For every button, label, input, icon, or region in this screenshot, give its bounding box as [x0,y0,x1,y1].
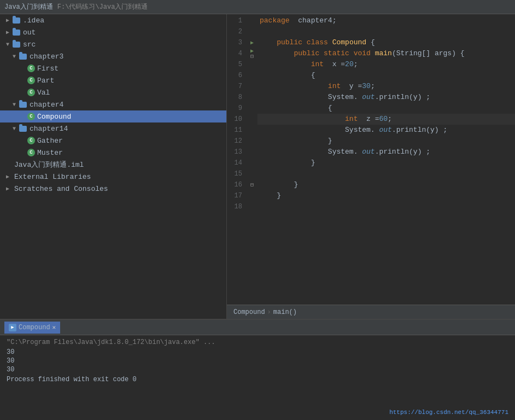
sidebar-item-First[interactable]: C First [0,62,226,74]
arrow-icon: ▼ [11,125,17,132]
code-line-1: package chapter4; [258,15,515,26]
code-content[interactable]: package chapter4; public class Compound … [258,14,515,305]
line-num: 17 [231,190,242,201]
gutter-9 [247,103,258,114]
top-bar: Java入门到精通 F:\代码练习\Java入门到精通 [0,0,515,14]
sidebar-label: Part [37,77,54,85]
line-num: 1 [231,15,242,26]
code-line-11: System. out.println(y) ; [258,125,515,136]
line-num: 12 [231,136,242,147]
arrow-spacer [20,149,26,156]
gutter-8 [247,92,258,103]
sidebar-item-idea[interactable]: ▶ .idea [0,14,226,26]
code-line-9: { [258,103,515,114]
arrow-spacer [20,89,26,96]
panel-tabs: ▶ Compound ✕ [0,320,515,335]
code-line-15 [258,168,515,179]
cmd-line: "C:\Program Files\Java\jdk1.8.0_172\bin\… [7,339,508,346]
sidebar-label: src [23,40,36,49]
sidebar-label: Compound [37,113,71,121]
close-tab-button[interactable]: ✕ [52,324,56,331]
arrow-icon: ▶ [4,185,11,192]
sidebar-label: .idea [23,16,44,25]
code-line-4: public static void main(String[] args) { [258,48,515,59]
sidebar-label: chapter4 [30,101,63,109]
fold-icon[interactable]: ⊟ [250,182,254,188]
line-num: 15 [231,168,242,179]
line-num: 16 [231,179,242,190]
gutter-2 [247,26,258,37]
sidebar-item-out[interactable]: ▶ out [0,26,226,38]
sidebar-label: Val [37,89,50,97]
gutter-14 [247,158,258,168]
sidebar-item-Gather[interactable]: C Gather [0,135,226,147]
sidebar-item-Muster[interactable]: C Muster [0,147,226,159]
gutter-10 [247,114,258,125]
gutter-15 [247,168,258,179]
code-line-10: int z =60; [258,114,515,125]
sidebar-item-ext-libs[interactable]: ▶ External Libraries [0,171,226,183]
gutter-11 [247,125,258,136]
sidebar-item-chapter4[interactable]: ▼ chapter4 [0,98,226,110]
editor-area: 1 2 3 4 5 6 7 8 9 10 11 12 13 14 15 16 1… [227,14,515,319]
code-line-12: } [258,136,515,147]
sidebar-item-scratches[interactable]: ▶ Scratches and Consoles [0,183,226,195]
gutter-run-4[interactable]: ▶ ⊟ [247,48,258,59]
sidebar-item-chapter3[interactable]: ▼ chapter3 [0,50,226,62]
sidebar-item-src[interactable]: ▼ src [0,38,226,50]
arrow-icon: ▼ [4,41,11,48]
gutter: ▶ ▶ ⊟ ⊟ [247,14,258,305]
folder-icon [12,16,21,25]
code-line-16: } [258,179,515,190]
sidebar-item-Part[interactable]: C Part [0,74,226,86]
panel-tab-label: Compound [19,324,50,331]
panel-tab-compound[interactable]: ▶ Compound ✕ [4,322,60,334]
breadcrumb-class[interactable]: Compound [233,308,265,316]
gutter-16: ⊟ [247,179,258,190]
gutter-13 [247,147,258,158]
class-icon: C [27,113,35,120]
code-line-13: System. out.println(y) ; [258,147,515,158]
class-icon: C [27,65,35,72]
code-line-17: } [258,190,515,201]
line-num: 5 [231,59,242,70]
csdn-link[interactable]: https://blog.csdn.net/qq_36344771 [389,409,508,416]
run-icon: ▶ [9,324,16,331]
sidebar-label: out [23,28,36,37]
folder-icon [12,40,21,49]
sidebar-label: Gather [37,137,63,145]
folder-icon [19,52,27,61]
sidebar-label: chapter14 [30,125,68,133]
line-num: 6 [231,70,242,81]
breadcrumb-sep: › [267,308,271,316]
breadcrumb-bar: Compound › main() [227,305,515,319]
sidebar-item-chapter14[interactable]: ▼ chapter14 [0,122,226,135]
process-line: Process finished with exit code 0 [7,376,508,383]
class-icon: C [27,149,35,156]
code-line-6: { [258,70,515,81]
gutter-run-3[interactable]: ▶ [247,37,258,48]
class-icon: C [27,89,35,96]
run-arrow-icon[interactable]: ▶ [250,39,254,46]
sidebar-item-Val[interactable]: C Val [0,86,226,98]
code-line-18 [258,201,515,212]
code-line-7: int y =30; [258,81,515,92]
gutter-1 [247,15,258,26]
sidebar-label: Scratches and Consoles [14,185,108,193]
line-num: 11 [231,125,242,136]
output-line-1: 30 [7,348,508,356]
arrow-spacer [20,137,26,144]
breadcrumb-method[interactable]: main() [273,308,297,316]
project-path: F:\代码练习\Java入门到精通 [57,2,148,11]
sidebar-item-Compound[interactable]: C Compound [0,110,226,122]
fold-icon[interactable]: ⊟ [250,53,254,60]
sidebar-item-iml[interactable]: Java入门到精通.iml [0,159,226,171]
project-name: Java入门到精通 [4,2,53,11]
sidebar-label: Muster [37,149,63,157]
code-line-14: } [258,158,515,168]
gutter-7 [247,81,258,92]
gutter-5 [247,59,258,70]
sidebar-label: Java入门到精通.iml [14,160,84,170]
arrow-spacer [20,65,26,72]
arrow-icon: ▼ [11,53,17,60]
